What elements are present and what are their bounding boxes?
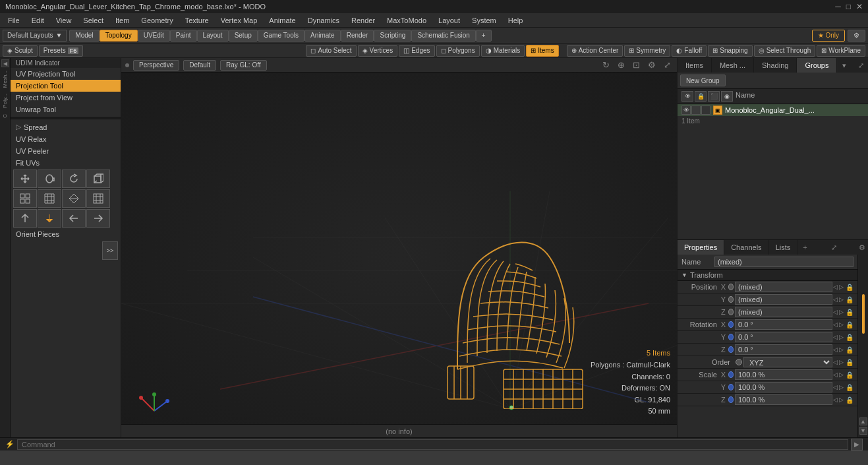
viewport-dot[interactable] — [125, 63, 129, 67]
tab-paint[interactable]: Paint — [170, 30, 197, 42]
vp-fit-icon[interactable]: ⊡ — [633, 60, 640, 70]
menu-item[interactable]: Item — [110, 15, 134, 26]
position-y-lock-icon[interactable]: 🔒 — [846, 296, 854, 303]
edges-button[interactable]: ◫ Edges — [399, 45, 434, 57]
lock-icon[interactable]: 🔒 — [695, 91, 707, 102]
falloff-button[interactable]: ◐ Falloff — [672, 45, 707, 57]
item-eye-icon[interactable]: 👁 — [681, 106, 691, 115]
tab-animate[interactable]: Animate — [304, 30, 341, 42]
close-button[interactable]: ✕ — [856, 2, 863, 11]
new-group-button[interactable]: New Group — [680, 75, 726, 86]
scale-z-dot[interactable] — [728, 396, 734, 403]
position-z-lock-icon[interactable]: 🔒 — [846, 309, 854, 316]
rotation-z-input[interactable] — [735, 344, 832, 355]
scale-z-lock-icon[interactable]: 🔒 — [846, 396, 854, 404]
item-lock-icon[interactable] — [691, 106, 701, 115]
rotation-z-left-arrow[interactable]: ◁ — [833, 346, 838, 353]
udim-indicator-item[interactable]: UDIM Indicator — [11, 58, 121, 68]
tab-uvedit[interactable]: UVEdit — [138, 30, 170, 42]
position-y-dot[interactable] — [728, 296, 734, 303]
scale-y-right-arrow[interactable]: ▷ — [839, 384, 844, 390]
nav-widget[interactable] — [134, 378, 174, 418]
position-z-dot[interactable] — [728, 309, 734, 315]
scale-x-left-arrow[interactable]: ◁ — [833, 371, 838, 378]
position-y-left-arrow[interactable]: ◁ — [833, 296, 838, 303]
tool-icon-grid2[interactable] — [38, 189, 61, 208]
order-left-arrow[interactable]: ◁ — [833, 359, 838, 365]
menu-select[interactable]: Select — [78, 15, 109, 26]
rotation-y-dot[interactable] — [728, 334, 734, 340]
order-lock-icon[interactable]: 🔒 — [846, 359, 854, 366]
menu-file[interactable]: File — [3, 15, 25, 26]
rotation-z-dot[interactable] — [728, 346, 734, 353]
tab-props-plus[interactable]: + — [797, 241, 812, 253]
menu-system[interactable]: System — [467, 15, 502, 26]
scale-x-dot[interactable] — [728, 371, 734, 378]
run-button[interactable]: ▶ — [851, 439, 863, 450]
tab-scripting[interactable]: Scripting — [374, 30, 411, 42]
tab-layout[interactable]: Layout — [197, 30, 229, 42]
vp-zoom-icon[interactable]: ⊕ — [618, 60, 625, 70]
props-down-button[interactable]: ▼ — [859, 427, 867, 435]
scale-y-dot[interactable] — [728, 384, 734, 390]
position-z-left-arrow[interactable]: ◁ — [833, 309, 838, 315]
tool-icon-rotate[interactable] — [62, 170, 86, 188]
tab-items[interactable]: Items — [678, 58, 712, 73]
fit-uvs-item[interactable]: Fit UVs — [11, 157, 121, 169]
expand-button[interactable]: >> — [102, 241, 118, 260]
snapping-button[interactable]: ⊞ Snapping — [708, 45, 752, 57]
tool-icon-mug[interactable] — [38, 170, 61, 188]
menu-animate[interactable]: Animate — [264, 15, 301, 26]
tab-groups[interactable]: Groups — [797, 58, 837, 73]
menu-render[interactable]: Render — [346, 15, 380, 26]
order-right-arrow[interactable]: ▷ — [839, 359, 844, 365]
menu-texture[interactable]: Texture — [180, 15, 214, 26]
tab-schematic[interactable]: Schematic Fusion — [411, 30, 475, 42]
tool-icon-arrow-down[interactable] — [38, 209, 61, 228]
polygons-button[interactable]: ◻ Polygons — [436, 45, 480, 57]
rotation-x-input[interactable] — [735, 319, 832, 330]
tool-icon-move[interactable] — [13, 170, 37, 188]
scale-z-right-arrow[interactable]: ▷ — [839, 396, 844, 403]
name-input[interactable] — [714, 257, 854, 267]
command-input[interactable] — [17, 439, 848, 450]
rotation-x-left-arrow[interactable]: ◁ — [833, 321, 838, 328]
viewport[interactable]: Perspective Default Ray GL: Off ↻ ⊕ ⊡ ⚙ … — [121, 58, 677, 437]
tool-icon-grid1[interactable] — [13, 189, 37, 208]
menu-maxtomodo[interactable]: MaxToModo — [382, 15, 432, 26]
menu-view[interactable]: View — [51, 15, 77, 26]
tool-icon-grid4[interactable] — [86, 189, 110, 208]
scale-x-lock-icon[interactable]: 🔒 — [846, 371, 854, 379]
order-select[interactable]: XYZ XZY YXZ YZX ZXY ZYX — [743, 357, 832, 367]
menu-help[interactable]: Help — [503, 15, 529, 26]
viewport-canvas[interactable]: 5 Items Polygons : Catmull-Clark Channel… — [121, 73, 677, 437]
tool-icon-arrow1[interactable] — [13, 209, 37, 228]
mesh-icon[interactable]: ⬛ — [708, 91, 720, 102]
transform-section-header[interactable]: ▼ Transform — [678, 270, 857, 281]
rotation-y-left-arrow[interactable]: ◁ — [833, 334, 838, 340]
scale-y-input[interactable] — [735, 382, 832, 392]
tab-plus[interactable]: + — [476, 30, 492, 42]
menu-edit[interactable]: Edit — [26, 15, 49, 26]
ray-gl-button[interactable]: Ray GL: Off — [220, 60, 267, 71]
scale-x-right-arrow[interactable]: ▷ — [839, 371, 844, 378]
perspective-button[interactable]: Perspective — [133, 60, 179, 71]
rotation-x-right-arrow[interactable]: ▷ — [839, 321, 844, 328]
vp-settings-icon[interactable]: ⚙ — [648, 60, 656, 70]
tab-game-tools[interactable]: Game Tools — [258, 30, 304, 42]
orient-pieces-item[interactable]: Orient Pieces — [11, 228, 121, 240]
tab-model[interactable]: Model — [69, 30, 99, 42]
position-x-dot[interactable] — [728, 284, 734, 290]
workplane-button[interactable]: ⊠ WorkPlane — [817, 45, 865, 57]
symmetry-button[interactable]: ⊞ Symmetry — [624, 45, 670, 57]
rotation-x-lock-icon[interactable]: 🔒 — [846, 321, 854, 328]
vis-icon[interactable]: ◉ — [721, 91, 733, 102]
star-only-button[interactable]: ★ Only — [812, 30, 845, 42]
props-gear-icon[interactable]: ⚙ — [856, 241, 868, 254]
props-up-button[interactable]: ▲ — [859, 418, 867, 425]
vertices-button[interactable]: ◈ Vertices — [358, 45, 398, 57]
auto-select-button[interactable]: ◻ Auto Select — [306, 45, 356, 57]
strip-button-1[interactable]: ◀ — [1, 59, 9, 67]
unwrap-tool-item[interactable]: Unwrap Tool — [11, 104, 121, 115]
tab-expand[interactable]: ⤢ — [854, 59, 868, 72]
